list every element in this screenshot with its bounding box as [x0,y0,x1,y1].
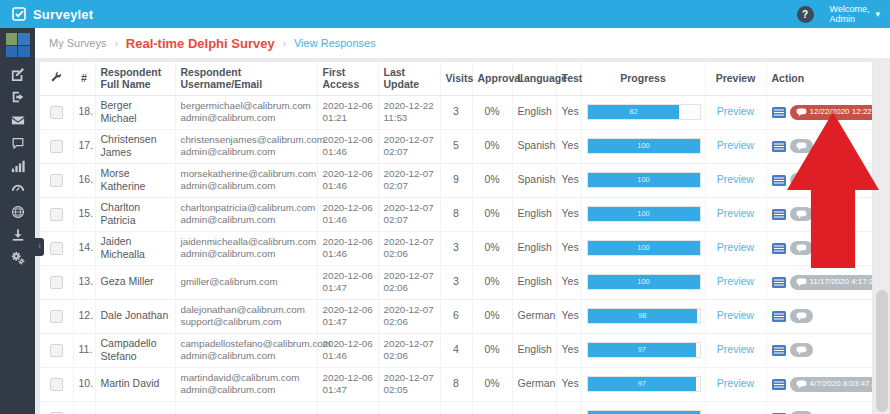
first-access-time: 01:47 [323,384,373,396]
vertical-scrollbar[interactable] [874,58,890,414]
row-checkbox[interactable] [50,106,63,119]
table-row: 12.Dale Jonathandalejonathan@calibrum.co… [40,299,872,333]
cell-progress: 98 [581,299,705,333]
details-list-icon[interactable] [772,345,786,356]
comment-badge[interactable] [790,173,813,187]
comment-badge[interactable] [790,139,813,153]
sidebar-item-dashboard-icon[interactable] [0,177,35,200]
email-line: gmiller@calibrum.com [181,276,312,288]
preview-link[interactable]: Preview [717,139,754,151]
breadcrumb-item[interactable]: My Surveys [49,37,106,49]
preview-link[interactable]: Preview [717,173,754,185]
details-list-icon[interactable] [772,175,786,186]
sidebar-item-gears-icon[interactable] [0,246,35,269]
cell-last-update: 2020-12-0702:06 [378,231,440,265]
progress-bar: 98 [587,308,701,324]
preview-link[interactable]: Preview [717,207,754,219]
top-bar: Surveylet ? Welcome, Admin ▾ [0,0,890,28]
timestamp-comment-badge[interactable]: 12/22/2020 12:22:56 PM [790,105,873,120]
sidebar-collapse-toggle[interactable]: › [35,238,44,256]
cell-select [40,129,73,163]
help-button[interactable]: ? [797,6,814,23]
action-buttons [772,241,868,255]
details-list-icon[interactable] [772,379,786,390]
chat-icon [11,136,25,150]
last-update-time: 02:06 [384,282,435,294]
timestamp-comment-badge[interactable]: 4/7/2020 8:03:47 AM [790,377,873,392]
preview-link[interactable]: Preview [717,105,754,117]
email-line: admin@calibrum.com [181,384,312,396]
comment-badge[interactable] [790,343,813,357]
cell-emails: campadellostefano@calibrum.comadmin@cali… [175,333,317,367]
cell-emails: martindavid@calibrum.comadmin@calibrum.c… [175,367,317,401]
row-checkbox[interactable] [50,140,63,153]
cell-language: English [512,197,556,231]
breadcrumb-item[interactable]: View Responses [294,37,376,49]
row-checkbox[interactable] [50,208,63,221]
cell-language [512,401,556,414]
comment-icon [796,312,807,321]
details-list-icon[interactable] [772,107,786,118]
first-access-date: 2020-12-06 [323,202,373,214]
comment-badge[interactable] [790,309,813,323]
cell-first-access: 2020-12-0601:47 [317,299,378,333]
sidebar-item-chat-icon[interactable] [0,131,35,154]
cell-approval [472,401,512,414]
timestamp-comment-badge[interactable]: 11/17/2020 4:17:29 AM [790,275,873,290]
preview-link[interactable]: Preview [717,241,754,253]
scrollbar-thumb[interactable] [876,290,888,412]
cell-action [766,299,872,333]
first-access-date: 2020-12-06 [323,236,373,248]
cell-test: Yes [556,95,581,129]
cell-preview: Preview [705,299,766,333]
cell-first-access: 2020-12-0601:46 [317,163,378,197]
column-header-visits: Visits [440,62,472,95]
app-logo[interactable] [0,28,35,62]
sidebar-item-globe-icon[interactable] [0,200,35,223]
user-menu[interactable]: Welcome, Admin ▾ [830,4,880,25]
sidebar-item-envelope-icon[interactable] [0,108,35,131]
cell-language: English [512,231,556,265]
last-update-date: 2020-12-07 [384,168,435,180]
badge-timestamp: 4/7/2020 8:03:47 AM [810,379,873,389]
cell-row-number: 16. [73,163,95,197]
responses-table: #Respondent Full NameRespondent Username… [40,62,872,414]
cell-row-number: 10. [73,367,95,401]
preview-link[interactable]: Preview [717,275,754,287]
table-row: 10.Martin Davidmartindavid@calibrum.coma… [40,367,872,401]
cell-row-number: 13. [73,265,95,299]
first-access-time: 01:47 [323,282,373,294]
details-list-icon[interactable] [772,141,786,152]
row-checkbox[interactable] [50,276,63,289]
cell-respondent-name: Morse Katherine [95,163,175,197]
cell-approval: 0% [472,299,512,333]
progress-bar-fill: 98 [588,309,698,323]
details-list-icon[interactable] [772,243,786,254]
cell-language: English [512,265,556,299]
preview-link[interactable]: Preview [717,343,754,355]
cell-row-number [73,401,95,414]
details-list-icon[interactable] [772,209,786,220]
first-access-date: 2020-12-06 [323,134,373,146]
envelope-icon [11,113,25,127]
cell-preview: Preview [705,231,766,265]
row-checkbox[interactable] [50,242,63,255]
cell-action [766,129,872,163]
preview-link[interactable]: Preview [717,377,754,389]
comment-badge[interactable] [790,241,813,255]
cell-first-access: 2020-12-0601:46 [317,197,378,231]
email-line: admin@calibrum.com [181,214,312,226]
preview-link[interactable]: Preview [717,309,754,321]
sidebar-item-edit-icon[interactable] [0,62,35,85]
sidebar-item-bar-chart-icon[interactable] [0,154,35,177]
row-checkbox[interactable] [50,310,63,323]
sidebar-item-sign-out-icon[interactable] [0,85,35,108]
breadcrumb-item[interactable]: Real-time Delphi Survey [126,36,275,51]
comment-badge[interactable] [790,207,813,221]
sidebar-item-download-icon[interactable] [0,223,35,246]
details-list-icon[interactable] [772,311,786,322]
details-list-icon[interactable] [772,277,786,288]
row-checkbox[interactable] [50,378,63,391]
row-checkbox[interactable] [50,174,63,187]
row-checkbox[interactable] [50,344,63,357]
